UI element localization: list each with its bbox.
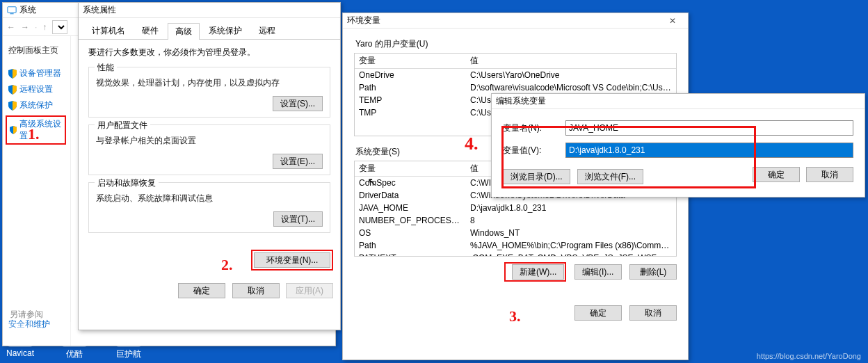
- settings-button-t[interactable]: 设置(T)...: [273, 211, 323, 227]
- ok-button[interactable]: 确定: [178, 283, 225, 298]
- table-row[interactable]: PathD:\software\visualcode\Microsoft VS …: [355, 81, 676, 94]
- col-var[interactable]: 变量: [355, 54, 466, 69]
- cell-val: D:\software\visualcode\Microsoft VS Code…: [466, 81, 676, 94]
- field-var-value: 变量值(V):: [503, 143, 853, 158]
- table-row[interactable]: OSWindows_NT: [355, 227, 676, 239]
- sidebar-item-advanced[interactable]: 高级系统设置: [6, 115, 66, 145]
- group-performance: 性能 视觉效果，处理器计划，内存使用，以及虚拟内存 设置(S)...: [88, 67, 330, 118]
- table-row[interactable]: PATHEXT.COM;.EXE;.BAT;.CMD;.VBS;.VBE;.JS…: [355, 252, 676, 257]
- settings-button-s[interactable]: 设置(S)...: [273, 96, 323, 111]
- browse-file-button[interactable]: 浏览文件(F)...: [577, 169, 643, 184]
- cell-val: C:\Users\Yaro\OneDrive: [466, 69, 676, 82]
- tab-remote[interactable]: 远程: [251, 22, 283, 39]
- env-title: 环境变量: [347, 15, 661, 26]
- svg-rect-1: [10, 13, 13, 14]
- svg-rect-0: [8, 6, 16, 13]
- shield-icon: [8, 69, 17, 79]
- cell-val: %JAVA_HOME%\bin;C:\Program Files (x86)\C…: [466, 239, 676, 252]
- desktop-icon-label: 优酷: [66, 349, 83, 359]
- properties-titlebar: 系统属性: [79, 3, 340, 18]
- table-row[interactable]: Path%JAVA_HOME%\bin;C:\Program Files (x8…: [355, 239, 676, 252]
- address-bar[interactable]: [52, 20, 67, 34]
- delete-button[interactable]: 删除(L): [629, 264, 677, 280]
- admin-note: 要进行大多数更改，你必须作为管理员登录。: [88, 47, 330, 58]
- sidebar-item-device-manager[interactable]: 设备管理器: [8, 67, 66, 79]
- edit-button[interactable]: 编辑(I)...: [574, 264, 622, 280]
- cancel-button[interactable]: 取消: [232, 283, 280, 298]
- env-cancel-button[interactable]: 取消: [629, 305, 677, 321]
- env-var-button-highlight: 环境变量(N)...: [251, 250, 333, 271]
- env-var-button[interactable]: 环境变量(N)...: [254, 252, 330, 268]
- col-val[interactable]: 值: [466, 54, 676, 69]
- edit-ok-button[interactable]: 确定: [753, 167, 800, 182]
- table-row[interactable]: JAVA_HOMED:\java\jdk1.8.0_231: [355, 202, 676, 214]
- group-startup-title: 启动和故障恢复: [95, 177, 159, 189]
- shield-icon: [8, 85, 17, 95]
- env-footer: 确定 取消: [343, 298, 688, 328]
- cell-val: Windows_NT: [466, 227, 676, 239]
- field-var-name: 变量名(N):: [503, 120, 853, 136]
- tab-advanced[interactable]: 高级: [168, 23, 200, 40]
- system-icon: [7, 6, 17, 15]
- cell-val: .COM;.EXE;.BAT;.CMD;.VBS;.VBE;.JS;.JSE;.…: [466, 252, 676, 257]
- group-profile: 用户配置文件 与登录帐户相关的桌面设置 设置(E)...: [88, 124, 330, 175]
- nav-up-icon[interactable]: ↑: [42, 22, 47, 32]
- edit-dialog: 编辑系统变量 变量名(N): 变量值(V): 浏览目录(D)... 浏览文件(F…: [491, 93, 865, 197]
- sidebar-label-3: 高级系统设置: [19, 118, 62, 142]
- cell-var: TEMP: [355, 94, 466, 106]
- user-vars-label: Yaro 的用户变量(U): [355, 38, 677, 50]
- edit-cancel-button[interactable]: 取消: [806, 167, 853, 182]
- cell-var: Path: [355, 239, 466, 252]
- col-var[interactable]: 变量: [355, 161, 466, 177]
- group-profile-title: 用户配置文件: [95, 120, 150, 131]
- sidebar-item-remote[interactable]: 远程设置: [8, 83, 66, 95]
- cell-val: 8: [466, 214, 676, 227]
- new-button-highlight: 新建(W)...: [504, 262, 566, 282]
- sys-vars-buttons: 新建(W)... 编辑(I)... 删除(L): [354, 262, 677, 282]
- cell-var: NUMBER_OF_PROCESSORS: [355, 214, 466, 227]
- var-name-input[interactable]: [565, 120, 853, 136]
- sidebar-label-0: 设备管理器: [19, 67, 61, 79]
- new-button[interactable]: 新建(W)...: [512, 264, 564, 280]
- nav-sep: ·: [35, 22, 37, 32]
- cell-var: PATHEXT: [355, 252, 466, 257]
- properties-window: 系统属性 计算机名 硬件 高级 系统保护 远程 要进行大多数更改，你必须作为管理…: [78, 2, 341, 330]
- browse-dir-button[interactable]: 浏览目录(D)...: [503, 169, 570, 184]
- shield-icon: [8, 101, 17, 111]
- close-icon[interactable]: ✕: [661, 16, 684, 26]
- cell-var: Path: [355, 81, 466, 94]
- edit-titlebar: 编辑系统变量: [492, 94, 865, 109]
- properties-footer: 确定 取消 应用(A): [79, 277, 340, 298]
- tab-hardware[interactable]: 硬件: [134, 22, 166, 39]
- sidebar-heading: 控制面板主页: [8, 45, 66, 56]
- tab-strip: 计算机名 硬件 高级 系统保护 远程: [79, 18, 340, 40]
- desktop-icon-navicat[interactable]: Navicat: [3, 322, 38, 360]
- sidebar-item-protect[interactable]: 系统保护: [8, 99, 66, 111]
- env-ok-button[interactable]: 确定: [574, 305, 622, 321]
- table-row[interactable]: NUMBER_OF_PROCESSORS8: [355, 214, 676, 227]
- properties-title: 系统属性: [83, 4, 336, 16]
- shield-icon: [10, 125, 17, 135]
- sidebar: 控制面板主页 设备管理器 远程设置 系统保护 高级系统设置 另请参阅 安全和维护: [3, 36, 71, 346]
- settings-button-e[interactable]: 设置(E)...: [273, 154, 323, 169]
- cell-var: OS: [355, 227, 466, 239]
- cell-var: TMP: [355, 106, 466, 119]
- cell-var: DriverData: [355, 189, 466, 202]
- tab-protection[interactable]: 系统保护: [201, 22, 250, 39]
- tab-computer-name[interactable]: 计算机名: [84, 22, 133, 39]
- watermark: https://blog.csdn.net/YaroDong: [757, 352, 861, 360]
- var-value-label: 变量值(V):: [503, 145, 565, 156]
- group-startup-desc: 系统启动、系统故障和调试信息: [96, 193, 323, 204]
- apply-button[interactable]: 应用(A): [286, 283, 333, 298]
- var-value-input[interactable]: [565, 143, 853, 158]
- cell-val: D:\java\jdk1.8.0_231: [466, 202, 676, 214]
- group-startup: 启动和故障恢复 系统启动、系统故障和调试信息 设置(T)...: [88, 182, 330, 233]
- nav-fwd-icon[interactable]: →: [21, 22, 29, 32]
- group-performance-title: 性能: [95, 62, 117, 74]
- cell-var: OneDrive: [355, 69, 466, 82]
- table-row[interactable]: OneDriveC:\Users\Yaro\OneDrive: [355, 69, 676, 82]
- var-name-label: 变量名(N):: [503, 122, 565, 134]
- cell-var: JAVA_HOME: [355, 202, 466, 214]
- group-profile-desc: 与登录帐户相关的桌面设置: [96, 135, 323, 147]
- nav-back-icon[interactable]: ←: [7, 22, 15, 32]
